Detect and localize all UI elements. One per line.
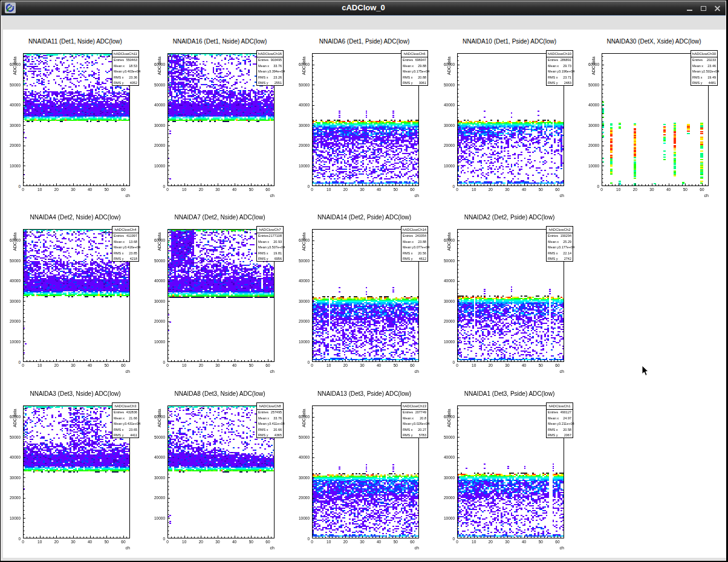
panel-NNAIDA10[interactable]: NNAIDA10 (Det1, Pside) ADC(low)010000200… bbox=[437, 30, 582, 205]
x-tick-label: 30 bbox=[645, 187, 658, 192]
x-tick-label: 20 bbox=[628, 187, 642, 192]
stats-box[interactable]: hADClowCh30Entries20233Mean x23.46Mean y… bbox=[691, 50, 718, 86]
plot-title[interactable]: NNAIDA7 (Det2, Nside) ADC(low) bbox=[148, 214, 292, 221]
stats-box[interactable]: hADClowCh4Entries411997Mean x13.68Mean y… bbox=[112, 226, 139, 262]
panel-NNAIDA2[interactable]: NNAIDA2 (Det2, Pside) ADC(low)0100002000… bbox=[437, 205, 582, 381]
stats-box[interactable]: hADClowCh16Entries903495Mean x33.76Mean … bbox=[256, 50, 284, 86]
plot-title[interactable]: NNAIDA2 (Det2, Pside) ADC(low) bbox=[437, 214, 582, 221]
y-tick-label: 10000 bbox=[147, 516, 165, 520]
stats-box[interactable]: hADClowCh1Entries490127Mean x24.97Mean y… bbox=[546, 402, 573, 438]
plot-title[interactable]: NNAIDA13 (Det3, Pside) ADC(low) bbox=[292, 390, 437, 397]
y-tick-label: 60000 bbox=[2, 62, 21, 66]
x-axis-title: ch bbox=[262, 193, 275, 198]
stats-box[interactable]: hADClowCh2Entries190294Mean x25.29Mean y… bbox=[546, 226, 573, 262]
stats-box[interactable]: hADClowCh10Entries286891Mean x29.73Mean … bbox=[546, 50, 573, 86]
plot-title[interactable]: NNAIDA16 (Det1, Nside) ADC(low) bbox=[148, 38, 292, 45]
stats-label: Entries bbox=[403, 410, 413, 416]
stats-label: RMS x bbox=[114, 427, 124, 433]
y-tick-label: 10000 bbox=[437, 164, 455, 168]
stats-label: RMS y bbox=[258, 80, 268, 86]
stats-box[interactable]: hADClowCh3Entries432836Mean x21.66Mean y… bbox=[112, 402, 139, 438]
panel-NNAIDA8[interactable]: NNAIDA8 (Det3, Nside) ADC(low)0100002000… bbox=[148, 382, 292, 558]
x-axis-title: ch bbox=[118, 369, 130, 373]
x-tick-label: 10 bbox=[322, 363, 336, 367]
panel-NNAIDA30[interactable]: NNAIDA30 (DetX, Xside) ADC(low)010000200… bbox=[582, 30, 726, 205]
stats-title: hADClowCh4 bbox=[112, 227, 138, 233]
y-axis-title: ADC data bbox=[13, 57, 17, 75]
y-tick-label: 20000 bbox=[2, 143, 21, 147]
stats-box[interactable]: hADClowCh13Entries207749Mean x20.8Mean y… bbox=[401, 402, 428, 438]
y-tick-label: 20000 bbox=[437, 319, 455, 323]
panel-NNAIDA11[interactable]: NNAIDA11 (Det1, Nside) ADC(low)010000200… bbox=[3, 30, 148, 205]
plot-title[interactable]: NNAIDA6 (Det1, Pside) ADC(low) bbox=[292, 38, 437, 45]
titlebar[interactable]: cADClow_0 bbox=[1, 1, 726, 16]
x-tick-label: 10 bbox=[467, 187, 481, 192]
stats-box[interactable]: hADClowCh14Entries243354Mean x23.88Mean … bbox=[401, 226, 428, 262]
x-tick-label: 50 bbox=[244, 187, 258, 192]
stats-value: 25.29 bbox=[563, 239, 571, 245]
panel-NNAIDA6[interactable]: NNAIDA6 (Det1, Pside) ADC(low)0100002000… bbox=[292, 30, 437, 205]
panel-NNAIDA7[interactable]: NNAIDA7 (Det2, Nside) ADC(low)0100002000… bbox=[148, 205, 292, 381]
stats-label: Mean y bbox=[258, 245, 269, 251]
stats-title: hADClowCh1 bbox=[547, 403, 573, 410]
panel-NNAIDA13[interactable]: NNAIDA13 (Det3, Pside) ADC(low)010000200… bbox=[292, 382, 437, 558]
x-tick-label: 20 bbox=[484, 187, 497, 192]
stats-box[interactable]: hADClowCh6Entries696947Mean x29.88Mean y… bbox=[401, 50, 428, 86]
stats-label: RMS y bbox=[114, 80, 124, 86]
stats-value: 20.66 bbox=[273, 427, 282, 433]
x-tick-label: 50 bbox=[678, 187, 692, 192]
minimize-button[interactable] bbox=[686, 5, 693, 11]
stats-label: RMS y bbox=[548, 80, 558, 86]
stats-value: 550463 bbox=[126, 57, 137, 63]
stats-value: 6956 bbox=[275, 256, 282, 262]
x-tick-label: 20 bbox=[194, 187, 207, 192]
plot-title[interactable]: NNAIDA14 (Det2, Pside) ADC(low) bbox=[292, 214, 437, 221]
y-tick-label: 60000 bbox=[437, 238, 455, 242]
x-tick-label: 10 bbox=[467, 363, 481, 367]
plot-title[interactable]: NNAIDA10 (Det1, Pside) ADC(low) bbox=[437, 38, 582, 45]
plot-title[interactable]: NNAIDA8 (Det3, Nside) ADC(low) bbox=[148, 390, 292, 397]
panel-NNAIDA4[interactable]: NNAIDA4 (Det2, Nside) ADC(low)0100002000… bbox=[3, 205, 148, 381]
stats-value: 3.026e+04 bbox=[414, 421, 429, 427]
plot-title[interactable]: NNAIDA4 (Det2, Nside) ADC(low) bbox=[3, 214, 148, 221]
close-button[interactable] bbox=[714, 5, 721, 11]
stats-row: Mean x29.73 bbox=[547, 63, 573, 69]
stats-value: 3.196e+04 bbox=[559, 69, 574, 75]
stats-label: Mean x bbox=[258, 63, 269, 69]
panel-NNAIDA16[interactable]: NNAIDA16 (Det1, Nside) ADC(low)010000200… bbox=[148, 30, 292, 205]
x-tick-label: 40 bbox=[228, 187, 241, 192]
panel-NNAIDA14[interactable]: NNAIDA14 (Det2, Pside) ADC(low)010000200… bbox=[292, 205, 437, 381]
panel-NNAIDA1[interactable]: NNAIDA1 (Det3, Pside) ADC(low)0100002000… bbox=[437, 382, 582, 558]
y-axis-title: ADC data bbox=[302, 57, 306, 75]
x-tick-label: 20 bbox=[339, 187, 352, 192]
stats-value: 286891 bbox=[561, 57, 571, 63]
plot-title[interactable]: NNAIDA1 (Det3, Pside) ADC(low) bbox=[437, 390, 582, 397]
stats-value: 19.49 bbox=[707, 75, 716, 81]
y-tick-label: 60000 bbox=[437, 62, 455, 66]
stats-title: hADClowCh6 bbox=[401, 51, 427, 57]
y-tick-label: 20000 bbox=[2, 496, 21, 500]
x-tick-label: 60 bbox=[406, 363, 419, 367]
y-tick-label: 40000 bbox=[2, 455, 21, 459]
y-tick-label: 50000 bbox=[2, 259, 21, 263]
y-tick-label: 40000 bbox=[437, 455, 455, 459]
x-tick-label: 30 bbox=[211, 540, 224, 544]
y-tick-label: 30000 bbox=[2, 299, 21, 303]
stats-value: 2177108 bbox=[269, 233, 282, 239]
stats-value: 33.76 bbox=[273, 416, 282, 422]
y-axis-title: ADC data bbox=[302, 409, 306, 427]
stats-row: RMS y5783 bbox=[401, 433, 427, 439]
root-canvas[interactable]: NNAIDA11 (Det1, Nside) ADC(low)010000200… bbox=[3, 30, 726, 558]
plot-title[interactable]: NNAIDA3 (Det3, Nside) ADC(low) bbox=[3, 390, 148, 397]
stats-box[interactable]: hADClowCh7Entries2177108Mean x20.93Mean … bbox=[256, 226, 284, 262]
panel-NNAIDA3[interactable]: NNAIDA3 (Det3, Nside) ADC(low)0100002000… bbox=[3, 382, 148, 558]
stats-row: RMS y4481 bbox=[691, 80, 717, 86]
maximize-button[interactable] bbox=[700, 5, 707, 11]
stats-label: Entries bbox=[258, 233, 268, 239]
stats-box[interactable]: hADClowCh11Entries550463Mean x18.53Mean … bbox=[112, 50, 139, 86]
plot-title[interactable]: NNAIDA30 (DetX, Xside) ADC(low) bbox=[582, 38, 726, 45]
plot-title[interactable]: NNAIDA11 (Det1, Nside) ADC(low) bbox=[3, 38, 148, 45]
stats-value: 696947 bbox=[415, 57, 426, 63]
stats-box[interactable]: hADClowCh8Entries257495Mean x33.76Mean y… bbox=[256, 402, 284, 438]
stats-title: hADClowCh3 bbox=[112, 403, 138, 410]
